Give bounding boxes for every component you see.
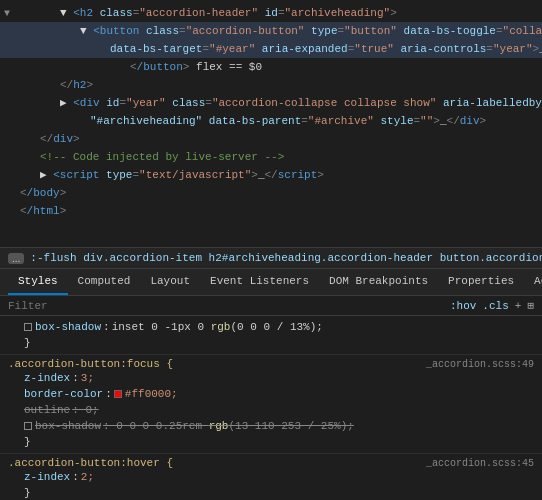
css-closing-brace: } bbox=[8, 434, 534, 450]
tab-accessibility[interactable]: Accessibility bbox=[524, 269, 542, 295]
css-colon: : 0 0 0 0.25rem rgb(13 110 253 / 25%); bbox=[103, 418, 354, 434]
dom-line[interactable]: <!-- Code injected by live-server --> bbox=[0, 148, 542, 166]
css-rule-block: box-shadow: inset 0 -1px 0 rgb(0 0 0 / 1… bbox=[0, 316, 542, 355]
tab-properties[interactable]: Properties bbox=[438, 269, 524, 295]
css-prop: border-color bbox=[24, 386, 103, 402]
breadcrumb-item[interactable]: h2#archiveheading.accordion-header bbox=[209, 252, 433, 264]
css-colon: : 0; bbox=[72, 402, 98, 418]
tab-layout[interactable]: Layout bbox=[140, 269, 200, 295]
css-value: inset 0 -1px 0 rgb(0 0 0 / 13%); bbox=[112, 319, 323, 335]
filter-cls[interactable]: .cls bbox=[482, 300, 508, 312]
tab-styles[interactable]: Styles bbox=[8, 269, 68, 295]
dom-line[interactable]: "#archiveheading" data-bs-parent="#archi… bbox=[0, 112, 542, 130]
breadcrumb-item[interactable]: :-flush bbox=[30, 252, 76, 264]
dom-line[interactable]: ▶ <script type="text/javascript">_</scri… bbox=[0, 166, 542, 184]
styles-panel: box-shadow: inset 0 -1px 0 rgb(0 0 0 / 1… bbox=[0, 316, 542, 500]
css-property-line: z-index: 2; bbox=[8, 469, 534, 485]
box-shadow-icon bbox=[24, 422, 32, 430]
filter-input[interactable] bbox=[8, 300, 128, 312]
breadcrumb-item[interactable]: div.accordion-item bbox=[83, 252, 202, 264]
breadcrumb-bar: ... :-flush div.accordion-item h2#archiv… bbox=[0, 248, 542, 269]
css-source: _accordion.scss:45 bbox=[426, 458, 534, 469]
dom-line[interactable]: </html> bbox=[0, 202, 542, 220]
dom-panel: ▼ ▼ <h2 class="accordion-header" id="arc… bbox=[0, 0, 542, 248]
breadcrumb-dots[interactable]: ... bbox=[8, 253, 24, 264]
css-selector-line: .accordion-button:focus {_accordion.scss… bbox=[8, 358, 534, 370]
box-shadow-icon bbox=[24, 323, 32, 331]
dom-line[interactable]: ▼ <h2 class="accordion-header" id="archi… bbox=[0, 4, 542, 22]
expand-icon[interactable]: ▼ bbox=[4, 8, 10, 19]
tab-dom-breakpoints[interactable]: DOM Breakpoints bbox=[319, 269, 438, 295]
tabs-container: StylesComputedLayoutEvent ListenersDOM B… bbox=[8, 269, 542, 295]
css-prop: z-index bbox=[24, 469, 70, 485]
breadcrumb-separator bbox=[202, 252, 209, 264]
filter-add[interactable]: + bbox=[515, 300, 522, 312]
dom-line[interactable]: </button> flex == $0 bbox=[0, 58, 542, 76]
filter-options: :hov .cls + ⊞ bbox=[450, 299, 534, 312]
css-colon: : bbox=[103, 319, 110, 335]
css-closing-brace: } bbox=[8, 485, 534, 500]
css-property-line: box-shadow: inset 0 -1px 0 rgb(0 0 0 / 1… bbox=[8, 319, 534, 335]
css-value: 3; bbox=[81, 370, 94, 386]
css-property-line: border-color: #ff0000; bbox=[8, 386, 534, 402]
css-colon: : bbox=[72, 370, 79, 386]
css-selector: .accordion-button:hover { bbox=[8, 457, 173, 469]
css-rule-block: .accordion-button:focus {_accordion.scss… bbox=[0, 355, 542, 454]
css-prop: box-shadow bbox=[35, 418, 101, 434]
filter-bar: :hov .cls + ⊞ bbox=[0, 296, 542, 316]
css-value: #ff0000; bbox=[125, 386, 178, 402]
filter-hov[interactable]: :hov bbox=[450, 300, 476, 312]
css-property-line: z-index: 3; bbox=[8, 370, 534, 386]
dom-line[interactable]: ▼ <button class="accordion-button" type=… bbox=[0, 22, 542, 40]
css-source: _accordion.scss:49 bbox=[426, 359, 534, 370]
dom-line[interactable]: </h2> bbox=[0, 76, 542, 94]
css-colon: : bbox=[72, 469, 79, 485]
css-prop: outline bbox=[24, 402, 70, 418]
filter-expand[interactable]: ⊞ bbox=[527, 299, 534, 312]
breadcrumb-items: :-flush div.accordion-item h2#archivehea… bbox=[30, 252, 542, 264]
css-closing-brace: } bbox=[8, 335, 534, 351]
tabs-row: StylesComputedLayoutEvent ListenersDOM B… bbox=[0, 269, 542, 296]
tab-event-listeners[interactable]: Event Listeners bbox=[200, 269, 319, 295]
css-property-line: box-shadow: 0 0 0 0.25rem rgb(13 110 253… bbox=[8, 418, 534, 434]
tab-computed[interactable]: Computed bbox=[68, 269, 141, 295]
css-prop: box-shadow bbox=[35, 319, 101, 335]
css-rule-block: .accordion-button:hover {_accordion.scss… bbox=[0, 454, 542, 500]
breadcrumb-item[interactable]: button.accordion-button bbox=[440, 252, 542, 264]
dom-line[interactable]: ▶ <div id="year" class="accordion-collap… bbox=[0, 94, 542, 112]
css-property-line: outline: 0; bbox=[8, 402, 534, 418]
css-colon: : bbox=[105, 386, 112, 402]
dom-line[interactable]: </div> bbox=[0, 130, 542, 148]
color-swatch[interactable] bbox=[114, 390, 122, 398]
dom-line[interactable]: </body> bbox=[0, 184, 542, 202]
css-rules-container: box-shadow: inset 0 -1px 0 rgb(0 0 0 / 1… bbox=[0, 316, 542, 500]
dom-line[interactable]: data-bs-target="#year" aria-expanded="tr… bbox=[0, 40, 542, 58]
dom-lines: ▼ <h2 class="accordion-header" id="archi… bbox=[0, 4, 542, 220]
css-selector: .accordion-button:focus { bbox=[8, 358, 173, 370]
breadcrumb-separator bbox=[433, 252, 440, 264]
css-value: 2; bbox=[81, 469, 94, 485]
css-prop: z-index bbox=[24, 370, 70, 386]
css-selector-line: .accordion-button:hover {_accordion.scss… bbox=[8, 457, 534, 469]
